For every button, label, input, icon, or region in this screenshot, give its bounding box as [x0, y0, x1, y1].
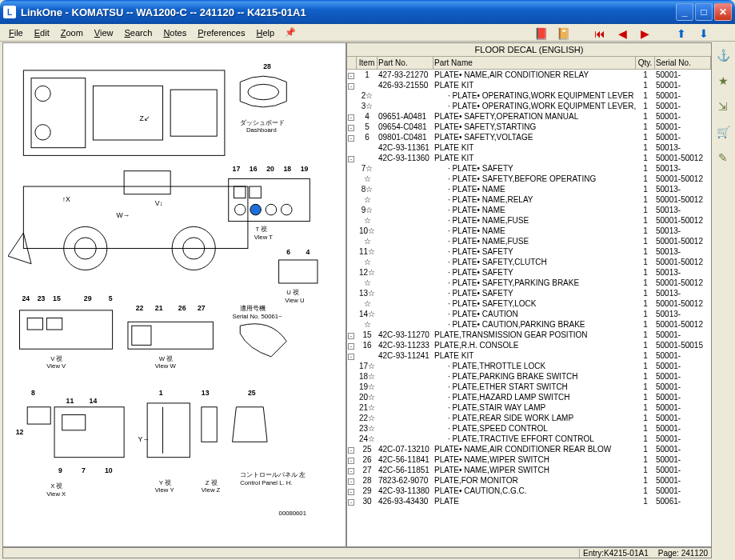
table-row[interactable]: -409651-A0481PLATE• SAFETY,OPERATION MAN…	[347, 111, 711, 122]
expand-icon[interactable]: -	[348, 114, 354, 121]
col-item[interactable]: Item	[357, 57, 377, 69]
expand-cell[interactable]	[347, 184, 357, 194]
anchor-icon[interactable]: ⚓	[715, 47, 731, 63]
table-row[interactable]: 19☆PLATE,ETHER START SWITCH150001-	[347, 382, 711, 392]
table-row[interactable]: -509654-C0481PLATE• SAFETY,STARTING15000…	[347, 122, 711, 132]
expand-cell[interactable]	[347, 142, 357, 153]
table-row[interactable]: -1542C-93-11270PLATE,TRANSMISSION GEAR P…	[347, 330, 711, 340]
expand-cell[interactable]	[347, 90, 357, 101]
expand-cell[interactable]	[347, 361, 357, 371]
expand-cell[interactable]: -	[347, 122, 357, 132]
expand-cell[interactable]	[347, 246, 357, 257]
expand-cell[interactable]	[347, 392, 357, 402]
cart-icon[interactable]: 🛒	[715, 124, 731, 140]
close-button[interactable]: ✕	[714, 3, 732, 21]
table-row[interactable]: ☆PLATE• SAFETY,LOCK150001-50012	[347, 298, 711, 309]
menu-notes[interactable]: Notes	[158, 26, 192, 39]
menu-preferences[interactable]: Preferences	[192, 26, 250, 39]
table-row[interactable]: 8☆PLATE• NAME150013-	[347, 184, 711, 194]
expand-cell[interactable]: -	[347, 330, 357, 340]
star-icon[interactable]: ★	[715, 73, 731, 89]
table-row[interactable]: 24☆PLATE,TRACTIVE EFFORT CONTROL150001-	[347, 434, 711, 444]
table-row[interactable]: 10☆PLATE• NAME150013-	[347, 226, 711, 236]
expand-cell[interactable]: -	[347, 80, 357, 90]
table-row[interactable]: -2942C-93-11380PLATE• CAUTION,C.G.C.1500…	[347, 486, 711, 496]
table-row[interactable]: 42C-93-11361PLATE KIT150013-	[347, 142, 711, 153]
expand-cell[interactable]	[347, 423, 357, 434]
expand-cell[interactable]	[347, 205, 357, 215]
table-row[interactable]: 22☆PLATE,REAR SIDE WORK LAMP150001-	[347, 413, 711, 423]
table-row[interactable]: 14☆PLATE• CAUTION150013-	[347, 309, 711, 319]
table-row[interactable]: 23☆PLATE,SPEED CONTROL150001-	[347, 423, 711, 434]
expand-icon[interactable]: -	[348, 343, 354, 350]
expand-icon[interactable]: -	[348, 447, 354, 454]
expand-icon[interactable]: -	[348, 458, 354, 464]
col-expand[interactable]	[347, 57, 357, 69]
expand-icon[interactable]: -	[348, 135, 354, 142]
expand-cell[interactable]: -	[347, 350, 357, 361]
books-icon[interactable]: 📕	[533, 26, 548, 41]
table-row[interactable]: 3☆PLATE• OPERATING,WORK EQUIPMENT LEVER,…	[347, 101, 711, 111]
pin-icon[interactable]: 📌	[285, 27, 296, 38]
expand-cell[interactable]: -	[347, 111, 357, 122]
nav-up-icon[interactable]: ⬆	[674, 26, 689, 41]
col-partname[interactable]: Part Name	[433, 57, 636, 69]
expand-cell[interactable]	[347, 257, 357, 267]
expand-cell[interactable]	[347, 413, 357, 423]
copy-icon[interactable]: 📔	[556, 26, 570, 41]
table-row[interactable]: ☆PLATE• SAFETY,BEFORE OPERATING150001-50…	[347, 174, 711, 184]
table-body[interactable]: -1427-93-21270PLATE• NAME,AIR CONDITIONE…	[347, 70, 711, 546]
table-row[interactable]: 9☆PLATE• NAME150013-	[347, 205, 711, 215]
expand-cell[interactable]	[347, 226, 357, 236]
table-row[interactable]: ☆PLATE• SAFETY,PARKING BRAKE150001-50012	[347, 278, 711, 288]
expand-icon[interactable]: -	[348, 73, 354, 79]
nav-next-icon[interactable]: ▶	[637, 26, 652, 41]
expand-cell[interactable]	[347, 319, 357, 330]
expand-cell[interactable]	[347, 215, 357, 226]
expand-cell[interactable]	[347, 101, 357, 111]
expand-cell[interactable]	[347, 278, 357, 288]
expand-cell[interactable]	[347, 371, 357, 382]
table-row[interactable]: ☆PLATE• NAME,FUSE150001-50012	[347, 215, 711, 226]
table-row[interactable]: -1427-93-21270PLATE• NAME,AIR CONDITIONE…	[347, 70, 711, 80]
table-row[interactable]: -42C-93-11360PLATE KIT150001-50012	[347, 153, 711, 163]
expand-icon[interactable]: -	[348, 468, 354, 474]
table-row[interactable]: -2542C-07-13210PLATE• NAME,AIR CONDITION…	[347, 444, 711, 454]
expand-cell[interactable]: -	[347, 132, 357, 142]
expand-cell[interactable]: -	[347, 340, 357, 350]
menu-file[interactable]: File	[3, 26, 29, 39]
expand-icon[interactable]: -	[348, 499, 354, 506]
expand-cell[interactable]	[347, 309, 357, 319]
table-row[interactable]: ☆PLATE• NAME,RELAY150001-50012	[347, 194, 711, 205]
table-row[interactable]: -609801-C0481PLATE• SAFETY,VOLTAGE150001…	[347, 132, 711, 142]
expand-cell[interactable]: -	[347, 465, 357, 475]
expand-cell[interactable]: -	[347, 454, 357, 465]
table-row[interactable]: 7☆PLATE• SAFETY150013-	[347, 163, 711, 174]
expand-cell[interactable]	[347, 298, 357, 309]
expand-cell[interactable]: -	[347, 444, 357, 454]
menu-help[interactable]: Help	[250, 26, 280, 39]
diagram-pane[interactable]: text{font:9px sans-serif;} .lbl{font:8px…	[3, 43, 347, 546]
maximize-button[interactable]: □	[695, 3, 713, 21]
expand-cell[interactable]	[347, 267, 357, 278]
table-row[interactable]: -426-93-21550PLATE KIT150001-	[347, 80, 711, 90]
table-row[interactable]: -2642C-56-11841PLATE• NAME,WIPER SWITCH1…	[347, 454, 711, 465]
table-row[interactable]: 2☆PLATE• OPERATING,WORK EQUIPMENT LEVER1…	[347, 90, 711, 101]
expand-cell[interactable]: -	[347, 475, 357, 486]
table-row[interactable]: 20☆PLATE,HAZARD LAMP SWITCH150001-	[347, 392, 711, 402]
table-row[interactable]: 13☆PLATE• SAFETY150013-	[347, 288, 711, 298]
menu-view[interactable]: View	[89, 26, 119, 39]
expand-icon[interactable]: -	[348, 83, 354, 90]
table-row[interactable]: -30426-93-43430PLATE150061-	[347, 496, 711, 506]
menu-zoom[interactable]: Zoom	[55, 26, 89, 39]
table-row[interactable]: ☆PLATE• CAUTION,PARKING BRAKE150001-5001…	[347, 319, 711, 330]
expand-cell[interactable]: -	[347, 70, 357, 80]
table-row[interactable]: ☆PLATE• NAME,FUSE150001-50012	[347, 236, 711, 246]
expand-cell[interactable]	[347, 194, 357, 205]
table-row[interactable]: -2742C-56-11851PLATE• NAME,WIPER SWITCH1…	[347, 465, 711, 475]
table-row[interactable]: -42C-93-11241PLATE KIT150001-	[347, 350, 711, 361]
expand-cell[interactable]	[347, 236, 357, 246]
table-row[interactable]: 17☆PLATE,THROTTLE LOCK150001-	[347, 361, 711, 371]
edit-icon[interactable]: ✎	[715, 150, 731, 166]
table-row[interactable]: -287823-62-9070PLATE,FOR MONITOR150001-	[347, 475, 711, 486]
